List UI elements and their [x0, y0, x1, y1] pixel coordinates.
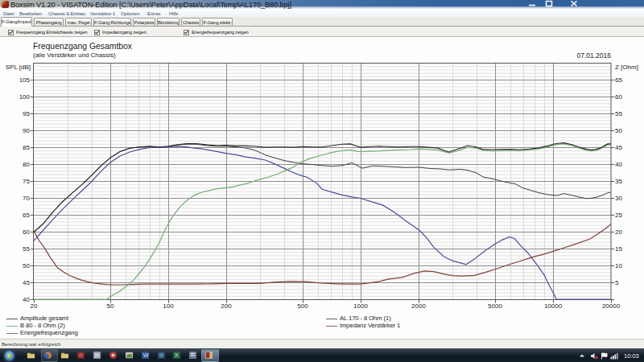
svg-text:X: X: [175, 352, 179, 359]
svg-text:W: W: [143, 352, 149, 359]
